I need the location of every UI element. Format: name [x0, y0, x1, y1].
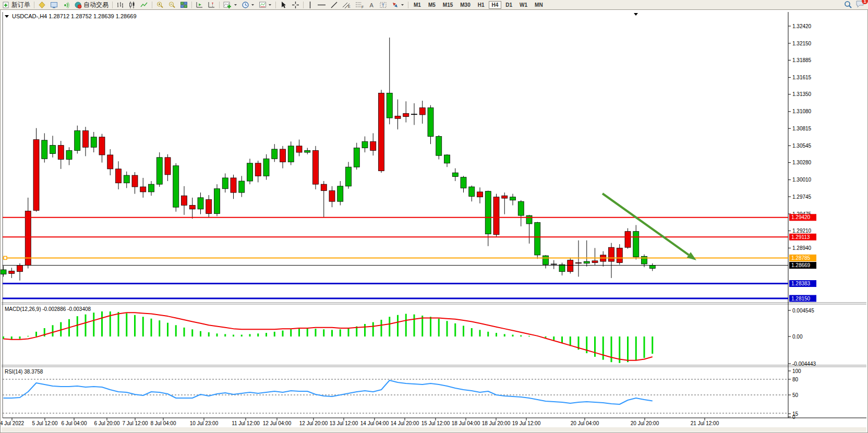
zoom-out-icon: [168, 1, 176, 9]
time-axis-label: 11 Jul 12:00: [232, 420, 260, 426]
indicators-icon: [223, 1, 232, 9]
toolbar-separator: [303, 2, 304, 8]
macd-label: MACD(12,26,9) -0.002886 -0.003408: [5, 306, 91, 312]
toolbar-separator: [275, 2, 276, 8]
bull-candle: [535, 223, 540, 255]
new-order-label: 新订单: [11, 1, 30, 9]
bear-candle: [403, 113, 409, 116]
toolbar-separator: [408, 2, 408, 8]
timeframe-button-D1[interactable]: D1: [502, 1, 515, 9]
bear-candle: [576, 263, 582, 263]
channel-tool-button[interactable]: E: [340, 1, 353, 9]
diamond-icon: [38, 1, 46, 9]
price-axis-label: 1.32150: [792, 41, 812, 46]
bear-candle: [592, 261, 598, 263]
chart-title: USDCAD-,H4 1.28712 1.28752 1.28639 1.286…: [12, 13, 137, 19]
price-axis-label: 1.31885: [792, 57, 812, 63]
auto-trading-label: 自动交易: [83, 1, 108, 9]
timeframe-button-H1[interactable]: H1: [475, 1, 488, 9]
timeframe-button-MN[interactable]: MN: [532, 1, 546, 9]
bull-candle: [633, 232, 639, 257]
notifications-button[interactable]: 1: [855, 0, 865, 10]
price-chart-svg[interactable]: 1.324201.321501.318851.316151.313501.310…: [1, 10, 867, 432]
bull-candle: [247, 163, 253, 181]
chart-canvas[interactable]: 1.324201.321501.318851.316151.313501.310…: [1, 10, 867, 433]
signals-button[interactable]: [60, 1, 72, 9]
clock-icon: [242, 1, 249, 9]
bull-candle: [1, 270, 6, 274]
trendline-tool-button[interactable]: [328, 1, 340, 9]
bear-candle: [206, 200, 212, 214]
svg-text:1.29420: 1.29420: [791, 214, 811, 220]
bull-candle: [50, 146, 56, 154]
bear-candle: [182, 196, 187, 205]
time-axis-label: 10 Jul 23:00: [190, 420, 219, 426]
bull-candle: [387, 93, 392, 118]
crosshair-tool-button[interactable]: [290, 1, 302, 9]
bull-candle: [485, 191, 491, 234]
zoom-out-button[interactable]: [166, 1, 178, 9]
svg-text:1.28150: 1.28150: [791, 296, 811, 302]
bull-candle: [263, 159, 269, 176]
candlestick-chart-button[interactable]: [126, 1, 138, 9]
chevron-down-icon: [251, 1, 255, 9]
timeframe-button-M15[interactable]: M15: [440, 1, 456, 9]
shapes-tool-button[interactable]: [389, 1, 406, 9]
label-tool-button[interactable]: T: [377, 1, 389, 9]
timeframe-button-M5[interactable]: M5: [425, 1, 439, 9]
new-order-button[interactable]: 新订单: [0, 1, 32, 9]
macd-axis-label: 0.004545: [792, 308, 814, 314]
auto-scroll-button[interactable]: [194, 1, 206, 9]
bear-candle: [477, 192, 483, 197]
line-drag-handle[interactable]: [4, 256, 7, 259]
bull-candle: [526, 215, 532, 224]
svg-text:1.29113: 1.29113: [791, 234, 810, 240]
indicators-button[interactable]: [221, 1, 239, 9]
bull-candle: [272, 149, 278, 159]
timeframe-button-W1[interactable]: W1: [516, 1, 531, 9]
bull-candle: [518, 201, 524, 215]
line-chart-icon: [140, 1, 148, 9]
bull-candle: [66, 150, 72, 159]
bear-candle: [9, 271, 15, 273]
timeframe-button-H4[interactable]: H4: [489, 1, 502, 9]
search-icon[interactable]: [844, 1, 852, 9]
text-tool-button[interactable]: A: [366, 1, 377, 9]
fibonacci-tool-button[interactable]: F: [353, 1, 366, 9]
bull-candle: [436, 136, 442, 155]
vertical-line-icon: [307, 1, 313, 9]
time-axis-label: 5 Jul 12:00: [32, 420, 58, 426]
templates-button[interactable]: [257, 1, 274, 9]
publisher-button[interactable]: [48, 1, 60, 9]
bull-candle: [428, 107, 433, 136]
label-icon: T: [379, 1, 387, 9]
toolbar-separator: [152, 2, 152, 8]
bear-candle: [313, 150, 319, 184]
vertical-line-tool-button[interactable]: [305, 1, 315, 9]
line-chart-button[interactable]: [138, 1, 150, 9]
chart-shift-button[interactable]: [206, 1, 218, 9]
zoom-in-icon: [156, 1, 164, 9]
tile-windows-button[interactable]: [178, 1, 190, 9]
time-axis-label: 20 Jul 04:00: [571, 420, 599, 426]
zoom-in-button[interactable]: [154, 1, 166, 9]
cursor-tool-button[interactable]: [278, 1, 290, 9]
bear-candle: [83, 130, 89, 147]
bull-candle: [461, 177, 466, 188]
svg-text:A: A: [370, 2, 374, 8]
community-button[interactable]: [36, 1, 48, 9]
bull-candle: [559, 264, 565, 271]
bear-candle: [321, 184, 327, 190]
bull-candle: [42, 140, 47, 159]
horizontal-line-tool-button[interactable]: [315, 1, 328, 9]
rsi-axis-label: 50: [792, 392, 799, 398]
timeframe-button-M1[interactable]: M1: [411, 1, 424, 9]
bull-candle: [649, 265, 655, 268]
bull-candle: [156, 158, 162, 184]
periods-button[interactable]: [239, 1, 257, 9]
timeframe-button-M30[interactable]: M30: [457, 1, 473, 9]
macd-axis-label: 0.00: [792, 334, 803, 340]
auto-trading-button[interactable]: 自动交易: [72, 1, 111, 9]
bear-candle: [419, 107, 425, 114]
bar-chart-button[interactable]: [114, 1, 126, 9]
